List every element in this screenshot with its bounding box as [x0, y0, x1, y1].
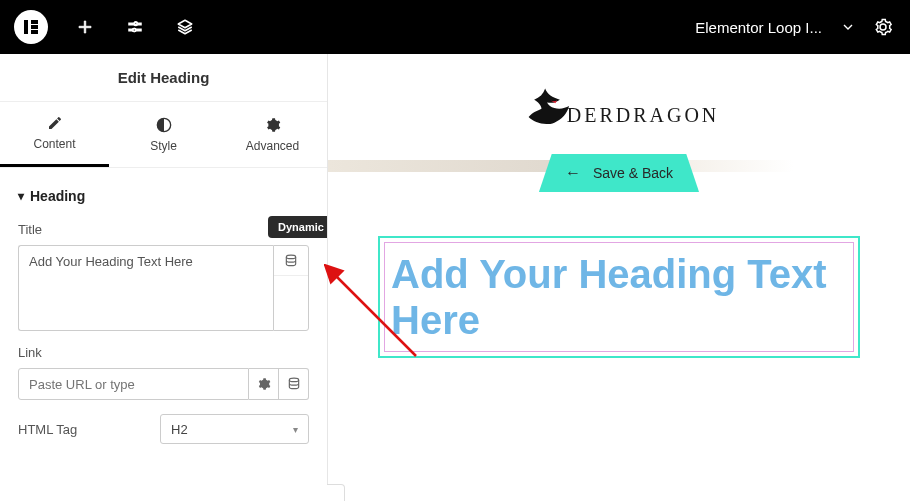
section-heading-toggle[interactable]: ▾ Heading: [18, 188, 309, 204]
save-back-button[interactable]: ← Save & Back: [539, 154, 699, 192]
arrow-left-icon: ←: [565, 164, 581, 182]
html-tag-field: HTML Tag H2 ▾: [18, 414, 309, 444]
site-logo-text: DERDRAGON: [567, 104, 720, 127]
tab-style[interactable]: Style: [109, 102, 218, 167]
elementor-logo[interactable]: [14, 10, 48, 44]
plus-icon: [76, 18, 94, 36]
title-side-controls: [273, 245, 309, 331]
add-element-button[interactable]: [60, 0, 110, 54]
contrast-icon: [156, 117, 172, 133]
link-field: Link: [18, 345, 309, 400]
tab-content[interactable]: Content: [0, 102, 109, 167]
svg-point-1: [133, 29, 136, 32]
main-area: Edit Heading Content Style Advanced ▾ He…: [0, 54, 910, 501]
app-topbar: Elementor Loop I...: [0, 0, 910, 54]
document-title: Elementor Loop I...: [695, 19, 822, 36]
html-tag-select[interactable]: H2 ▾: [160, 414, 309, 444]
heading-preview-text: Add Your Heading Text Here: [391, 251, 847, 343]
html-tag-value: H2: [171, 422, 188, 437]
site-header: DERDRAGON: [328, 54, 910, 160]
layers-icon: [176, 18, 194, 36]
tab-style-label: Style: [150, 139, 177, 153]
panel-title: Edit Heading: [0, 54, 327, 102]
html-tag-label: HTML Tag: [18, 422, 148, 437]
cog-icon: [265, 117, 281, 133]
editor-sidebar: Edit Heading Content Style Advanced ▾ He…: [0, 54, 328, 501]
sliders-icon: [126, 18, 144, 36]
gear-icon[interactable]: [874, 18, 892, 36]
dynamic-tags-tooltip: Dynamic Tags: [268, 216, 327, 238]
chevron-down-icon: ▾: [293, 424, 298, 435]
svg-point-3: [286, 255, 295, 258]
selected-widget[interactable]: Add Your Heading Text Here: [384, 242, 854, 352]
title-textarea[interactable]: [18, 245, 273, 331]
panel-collapse-handle[interactable]: ‹: [327, 484, 345, 501]
link-label: Link: [18, 345, 42, 360]
topbar-left: [0, 0, 210, 54]
structure-button[interactable]: [160, 0, 210, 54]
controls-list: ▾ Heading Title ✦ W...: [0, 168, 327, 501]
editor-stage: ← Save & Back Add Your Heading Text Here: [328, 172, 910, 358]
topbar-right: Elementor Loop I...: [695, 18, 910, 36]
tab-advanced-label: Advanced: [246, 139, 299, 153]
selected-section[interactable]: Add Your Heading Text Here: [378, 236, 860, 358]
database-icon: [287, 377, 301, 391]
site-logo: DERDRAGON: [519, 84, 720, 130]
preview-canvas: DERDRAGON ← Save & Back Add Your Heading…: [328, 54, 910, 501]
database-icon: [284, 254, 298, 268]
tab-content-label: Content: [33, 137, 75, 151]
caret-down-icon: ▾: [18, 189, 24, 203]
dynamic-tags-button[interactable]: [274, 246, 308, 276]
link-dynamic-button[interactable]: [279, 368, 309, 400]
title-field: Title ✦ W... Dynamic Tags: [18, 222, 309, 331]
chevron-down-icon[interactable]: [840, 19, 856, 35]
link-options-button[interactable]: [249, 368, 279, 400]
pencil-icon: [47, 115, 63, 131]
gear-small-icon: [257, 377, 271, 391]
section-heading-label: Heading: [30, 188, 85, 204]
tab-advanced[interactable]: Advanced: [218, 102, 327, 167]
save-back-label: Save & Back: [593, 165, 673, 181]
site-settings-button[interactable]: [110, 0, 160, 54]
title-label: Title: [18, 222, 42, 237]
svg-point-4: [289, 378, 298, 382]
link-input[interactable]: [18, 368, 249, 400]
settings-tabs: Content Style Advanced: [0, 102, 327, 168]
